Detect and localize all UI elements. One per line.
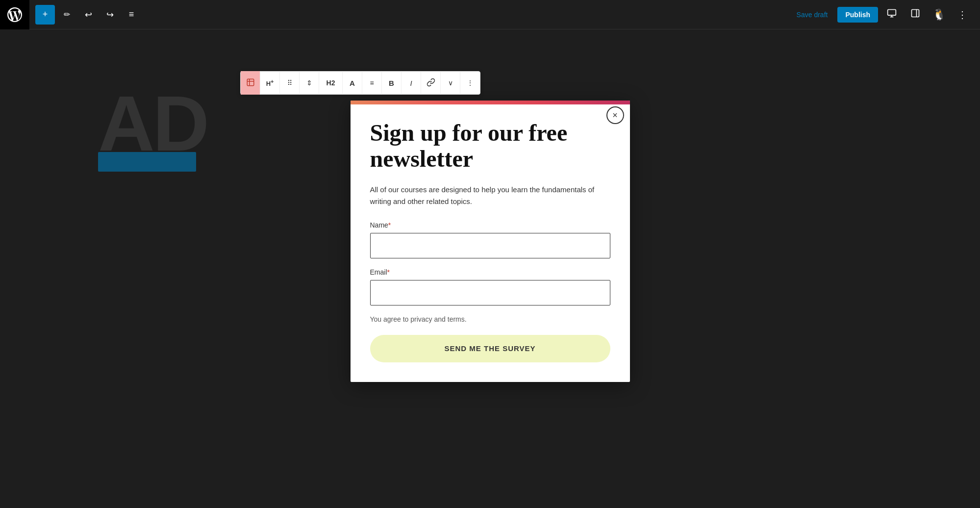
drag-icon: ⠿ xyxy=(287,79,292,87)
h2-label: H2 xyxy=(327,79,335,87)
sidebar-toggle-button[interactable] xyxy=(905,5,925,25)
modal-top-bar xyxy=(351,101,630,104)
italic-button[interactable]: I xyxy=(402,71,421,95)
newsletter-modal: × Sign up for our free newsletter All of… xyxy=(351,101,630,382)
align-icon: ≡ xyxy=(370,79,374,87)
embed-icon xyxy=(246,78,255,88)
text-color-icon: A xyxy=(350,79,355,87)
email-required-indicator: * xyxy=(387,268,390,276)
undo-icon: ↩ xyxy=(85,9,92,20)
add-block-button[interactable]: + xyxy=(35,5,55,25)
options-icon: ⋮ xyxy=(957,9,967,21)
italic-icon: I xyxy=(410,79,412,87)
redo-icon: ↪ xyxy=(106,9,114,20)
block-options-button[interactable]: ⋮ xyxy=(460,71,480,95)
add-icon: + xyxy=(43,9,48,20)
arrows-icon: ⇕ xyxy=(306,79,312,87)
email-field-group: Email* xyxy=(370,268,610,305)
wp-logo xyxy=(0,0,29,29)
top-toolbar: + ✏ ↩ ↪ ≡ Save draft Publish xyxy=(0,0,980,29)
privacy-text: You agree to privacy and terms. xyxy=(370,315,610,323)
view-button[interactable] xyxy=(882,5,902,25)
save-draft-button[interactable]: Save draft xyxy=(791,7,834,23)
email-input[interactable] xyxy=(370,280,610,305)
name-label: Name* xyxy=(370,221,610,229)
wordpress-icon xyxy=(6,6,24,24)
publish-button[interactable]: Publish xyxy=(837,7,878,23)
svg-rect-5 xyxy=(247,79,254,86)
list-view-button[interactable]: ≡ xyxy=(122,5,141,25)
link-button[interactable] xyxy=(421,71,441,95)
close-icon: × xyxy=(612,110,618,121)
heading-icon: H+ xyxy=(266,78,274,87)
move-arrows-button[interactable]: ⇕ xyxy=(300,71,319,95)
modal-overlay: × Sign up for our free newsletter All of… xyxy=(0,29,980,508)
user-avatar-button[interactable]: 🐧 xyxy=(929,5,949,25)
bold-button[interactable]: B xyxy=(382,71,402,95)
sidebar-icon xyxy=(910,8,920,21)
list-icon: ≡ xyxy=(129,9,134,20)
heading-type-button[interactable]: H+ xyxy=(260,71,280,95)
name-field-group: Name* xyxy=(370,221,610,258)
pencil-icon: ✏ xyxy=(64,10,70,19)
modal-body: Sign up for our free newsletter All of o… xyxy=(351,104,630,382)
three-dots-icon: ⋮ xyxy=(467,79,474,87)
drag-handle-button[interactable]: ⠿ xyxy=(280,71,300,95)
more-options-button[interactable]: ∨ xyxy=(441,71,460,95)
svg-rect-0 xyxy=(888,10,896,16)
toolbar-right: Save draft Publish 🐧 xyxy=(791,5,972,25)
monitor-icon-svg xyxy=(887,8,897,18)
redo-button[interactable]: ↪ xyxy=(100,5,120,25)
submit-button[interactable]: SEND ME THE SURVEY xyxy=(370,335,610,362)
svg-rect-3 xyxy=(912,10,919,17)
modal-title: Sign up for our free newsletter xyxy=(370,120,610,172)
modal-description: All of our courses are designed to help … xyxy=(370,184,610,207)
toolbar-left: + ✏ ↩ ↪ ≡ xyxy=(0,0,141,29)
monitor-icon xyxy=(887,8,897,21)
link-icon xyxy=(427,78,435,88)
block-embed-button[interactable] xyxy=(241,71,260,95)
user-avatar-icon: 🐧 xyxy=(932,8,946,21)
text-color-button[interactable]: A xyxy=(343,71,362,95)
name-input[interactable] xyxy=(370,233,610,258)
chevron-down-icon: ∨ xyxy=(448,79,453,87)
undo-button[interactable]: ↩ xyxy=(78,5,98,25)
modal-close-button[interactable]: × xyxy=(606,106,624,124)
bold-icon: B xyxy=(389,79,394,87)
align-button[interactable]: ≡ xyxy=(362,71,382,95)
options-button[interactable]: ⋮ xyxy=(953,5,972,25)
name-required-indicator: * xyxy=(388,221,391,229)
block-toolbar: H+ ⠿ ⇕ H2 A ≡ B I ∨ ⋮ xyxy=(240,71,480,95)
heading-h2-button[interactable]: H2 xyxy=(319,71,343,95)
edit-button[interactable]: ✏ xyxy=(57,5,76,25)
email-label: Email* xyxy=(370,268,610,276)
